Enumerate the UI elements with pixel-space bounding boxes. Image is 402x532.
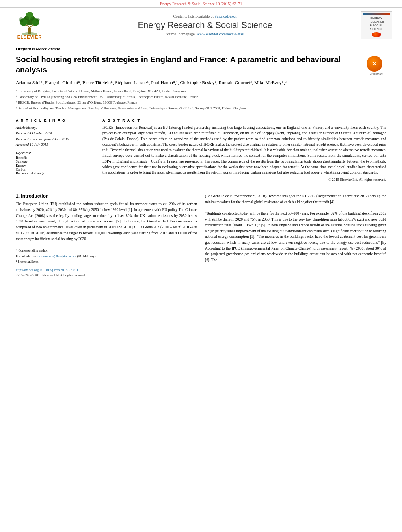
doi-area: http://dx.doi.org/10.1016/j.erss.2015.07… [16,267,197,277]
section-divider [16,189,386,189]
logo-circle-icon [372,32,381,37]
abstract-column: A B S T R A C T IFORE (Innovation for Re… [102,116,386,184]
journal-homepage-link[interactable]: www.elsevier.com/locate/erss [197,32,244,36]
affiliation-b: ᵇ Laboratory of Civil Engineering and Ge… [16,95,386,100]
issn-line: 2214-6296/© 2015 Elsevier Ltd. All right… [16,273,197,277]
keyword-0: Retrofit [16,156,95,159]
footnote-star: * Corresponding author. [16,248,197,253]
journal-citation: Energy Research & Social Science 10 (201… [160,2,242,6]
keyword-3: Carbon [16,167,95,171]
journal-logo-right: ENERGYRESEARCH& SOCIALSCIENCE [359,11,394,39]
affiliations: ᵃ University of Brighton, Faculty of Art… [16,89,386,111]
keyword-4: Behavioural change [16,171,95,175]
article-type: Original research article [16,46,386,51]
authors-line: Arianna Sdeiᵃ, François Gloriantᵇ, Pierr… [16,79,386,86]
crossmark-circle: ✕ [367,56,382,72]
doi-link[interactable]: http://dx.doi.org/10.1016/j.erss.2015.07… [16,268,78,272]
header-section: ELSEVIER Contents lists available at Sci… [0,8,402,43]
footnote-email: E-mail address: m.e.mcevoy@brighton.ac.u… [16,254,197,259]
affiliation-d: ᵈ School of Hospitality and Tourism Mana… [16,106,386,111]
keyword-2: Energy [16,163,95,167]
main-content: Original research article Social housing… [0,43,402,277]
body-right-column: (Le Grenelle de l’Environnement, 2010). … [205,193,386,277]
article-info-header: A R T I C L E I N F O [16,119,95,122]
footnotes-area: * Corresponding author. E-mail address: … [16,246,197,264]
elsevier-label: ELSEVIER [17,35,42,39]
history-received: Received 4 October 2014 [16,130,95,136]
section1-heading: 1. Introduction [16,193,197,199]
affiliation-c: ᶜ BESCB, Bureau d’Etudes Sociologiques, … [16,100,386,106]
svg-point-9 [30,17,34,21]
article-history: Article history: Received 4 October 2014… [16,125,95,148]
article-info-abstract-columns: A R T I C L E I N F O Article history: R… [16,116,386,184]
elsevier-logo: ELSEVIER [8,11,51,39]
crossmark-icon: ✕ CrossMark [367,56,386,75]
article-title: Social housing retrofit strategies in En… [16,54,363,75]
svg-point-8 [24,16,29,20]
body-text-left: The European Union (EU) established the … [16,201,197,242]
body-two-columns: 1. Introduction The European Union (EU) … [16,193,386,277]
journal-homepage-line: journal homepage: www.elsevier.com/locat… [51,32,359,36]
journal-top-bar: Energy Research & Social Science 10 (201… [0,0,402,8]
history-revised: Received in revised form 7 June 2015 [16,136,95,142]
article-info-column: A R T I C L E I N F O Article history: R… [16,116,95,184]
svg-point-10 [19,17,24,22]
svg-point-11 [36,18,40,22]
sciencedirect-line: Contents lists available at ScienceDirec… [51,14,359,19]
crossmark-label: CrossMark [367,72,386,75]
journal-name: Energy Research & Social Science [51,20,359,30]
affiliation-a: ᵃ University of Brighton, Faculty of Art… [16,89,386,94]
copyright-line: © 2015 Elsevier Ltd. All rights reserved… [102,178,386,182]
abstract-header: A B S T R A C T [102,119,386,122]
sciencedirect-link[interactable]: ScienceDirect [214,14,236,19]
email-link[interactable]: m.e.mcevoy@brighton.ac.uk [37,254,76,258]
keyword-1: Strategy [16,159,95,163]
elsevier-tree-icon [16,11,43,35]
body-left-column: 1. Introduction The European Union (EU) … [16,193,197,277]
keywords-label: Keywords: [16,151,95,155]
crossmark-x-icon: ✕ [372,61,377,67]
journal-title-center: Contents lists available at ScienceDirec… [51,14,359,36]
history-accepted: Accepted 10 July 2015 [16,142,95,147]
footnote-1: ¹ Present address. [16,260,197,264]
logo-text-lines: ENERGYRESEARCH& SOCIALSCIENCE [369,17,384,31]
body-text-right: (Le Grenelle de l’Environnement, 2010). … [205,193,386,263]
logo-top-bar [363,13,390,15]
keywords-section: Keywords: Retrofit Strategy Energy Carbo… [16,151,95,175]
history-label: Article history: [16,125,95,130]
article-title-area: Social housing retrofit strategies in En… [16,54,386,75]
journal-logo-box: ENERGYRESEARCH& SOCIALSCIENCE [361,11,392,39]
abstract-text: IFORE (Innovation for Renewal) is an EU … [102,125,386,175]
